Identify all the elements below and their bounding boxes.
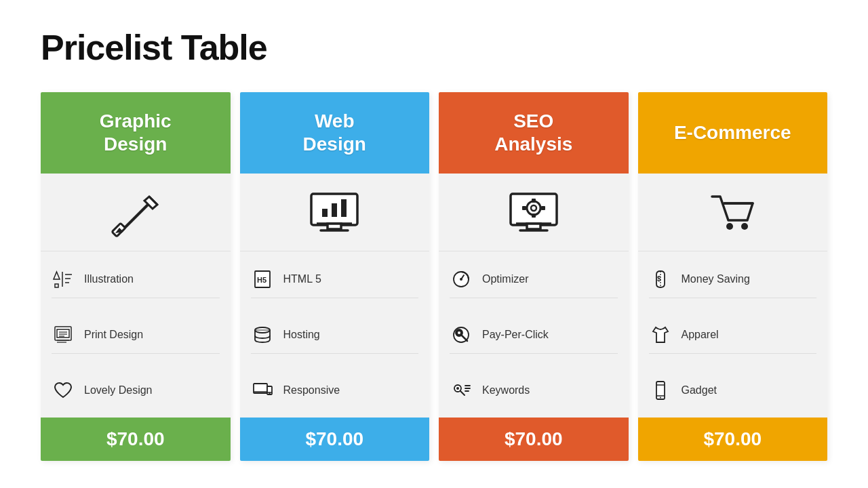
card-features-ecommerce: $ Money Saving Apparel Gadget	[638, 251, 828, 418]
illustration-icon	[52, 268, 75, 291]
feature-label: HTML 5	[283, 273, 321, 285]
gadget-icon	[649, 379, 672, 402]
svg-rect-24	[341, 199, 347, 217]
feature-label: Apparel	[682, 329, 719, 341]
feature-label: Lovely Design	[84, 384, 153, 396]
card-title-graphic-design: GraphicDesign	[100, 110, 172, 155]
cards-container: GraphicDesign Illustration Print Design …	[41, 92, 827, 461]
list-item: Apparel	[649, 317, 817, 354]
price-value: $70.00	[106, 428, 165, 450]
list-item: Print Design	[52, 317, 220, 354]
price-value: $70.00	[305, 428, 363, 450]
svg-rect-43	[541, 206, 545, 210]
card-price-web-design[interactable]: $70.00	[240, 418, 430, 461]
feature-label: Gadget	[682, 384, 717, 396]
svg-point-45	[460, 278, 462, 281]
list-item: Lovely Design	[52, 372, 220, 409]
list-item: Illustration	[52, 261, 220, 298]
svg-rect-42	[522, 206, 526, 210]
feature-label: Responsive	[283, 384, 340, 396]
card-header-seo-analysis: SEOAnalysis	[439, 92, 629, 174]
card-main-icon-ecommerce	[638, 174, 828, 251]
price-value: $70.00	[505, 428, 563, 450]
list-item: Pay-Per-Click	[450, 317, 618, 354]
list-item: Keywords	[450, 372, 618, 409]
feature-label: Keywords	[482, 384, 530, 396]
feature-label: Print Design	[84, 329, 143, 341]
svg-rect-20	[328, 224, 341, 229]
svg-text:H5: H5	[257, 276, 267, 284]
card-ecommerce: E-Commerce $ Money Saving Apparel Gadget…	[638, 92, 828, 461]
card-title-ecommerce: E-Commerce	[674, 121, 791, 144]
svg-rect-5	[55, 284, 58, 287]
svg-text:$: $	[657, 275, 661, 283]
svg-rect-22	[322, 209, 328, 217]
svg-line-51	[460, 391, 465, 395]
svg-rect-36	[527, 224, 540, 229]
card-price-seo-analysis[interactable]: $70.00	[439, 418, 629, 461]
svg-marker-6	[54, 272, 60, 279]
list-item: $ Money Saving	[649, 261, 817, 298]
print-icon	[52, 323, 75, 346]
list-item: H5 HTML 5	[251, 261, 419, 298]
keywords-icon	[450, 379, 473, 402]
feature-label: Hosting	[283, 329, 320, 341]
card-main-icon-graphic-design	[41, 174, 231, 251]
feature-label: Money Saving	[682, 273, 750, 285]
price-value: $70.00	[703, 428, 762, 450]
list-item: Responsive	[251, 372, 419, 409]
apparel-icon	[649, 323, 672, 346]
ppc-icon	[450, 323, 473, 346]
card-title-seo-analysis: SEOAnalysis	[494, 110, 572, 155]
svg-point-54	[741, 223, 748, 230]
card-seo-analysis: SEOAnalysis Optimizer Pay-Per-Click Keyw…	[439, 92, 629, 461]
card-header-web-design: WebDesign	[240, 92, 430, 174]
card-header-graphic-design: GraphicDesign	[41, 92, 231, 174]
svg-point-50	[456, 387, 459, 390]
svg-point-53	[726, 223, 733, 230]
svg-rect-41	[532, 214, 536, 218]
card-web-design: WebDesign H5 HTML 5 Hosting Responsive$7…	[240, 92, 430, 461]
svg-point-39	[531, 205, 536, 211]
svg-point-48	[458, 331, 460, 334]
money-icon: $	[649, 268, 672, 291]
hosting-icon	[251, 323, 274, 346]
feature-label: Illustration	[84, 273, 134, 285]
card-features-graphic-design: Illustration Print Design Lovely Design	[41, 251, 231, 418]
list-item: Optimizer	[450, 261, 618, 298]
card-title-web-design: WebDesign	[303, 110, 366, 155]
svg-rect-40	[532, 199, 536, 203]
card-features-web-design: H5 HTML 5 Hosting Responsive	[240, 251, 430, 418]
page-title: Pricelist Table	[41, 27, 827, 68]
svg-rect-57	[656, 382, 665, 399]
svg-rect-23	[332, 203, 337, 217]
heart-icon	[52, 379, 75, 402]
card-graphic-design: GraphicDesign Illustration Print Design …	[41, 92, 231, 461]
list-item: Gadget	[649, 372, 817, 409]
feature-label: Pay-Per-Click	[482, 329, 549, 341]
html5-icon: H5	[251, 268, 274, 291]
card-features-seo-analysis: Optimizer Pay-Per-Click Keywords	[439, 251, 629, 418]
svg-point-60	[660, 396, 661, 398]
list-item: Hosting	[251, 317, 419, 354]
card-main-icon-seo-analysis	[439, 174, 629, 251]
optimizer-icon	[450, 268, 473, 291]
card-price-ecommerce[interactable]: $70.00	[638, 418, 828, 461]
feature-label: Optimizer	[482, 273, 528, 285]
card-main-icon-web-design	[240, 174, 430, 251]
card-header-ecommerce: E-Commerce	[638, 92, 828, 174]
responsive-icon	[251, 379, 274, 402]
card-price-graphic-design[interactable]: $70.00	[41, 418, 231, 461]
